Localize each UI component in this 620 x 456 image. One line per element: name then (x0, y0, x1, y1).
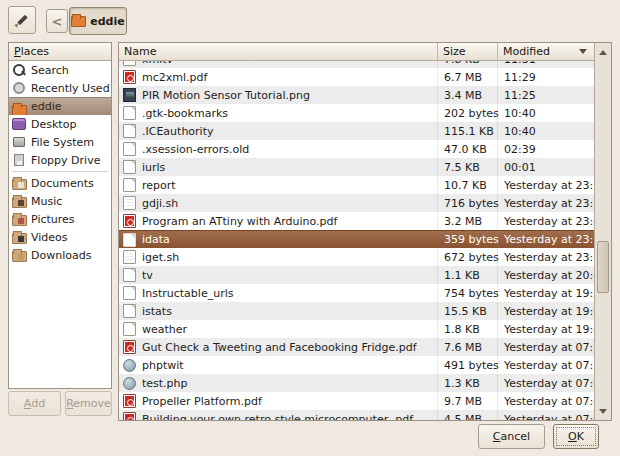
file-row[interactable]: phptwit 491 bytes Yesterday at 07:11 (119, 356, 594, 374)
cancel-button-label: Cancel (493, 430, 530, 443)
path-button-eddie[interactable]: eddie (69, 7, 127, 35)
text-file-icon (123, 322, 136, 336)
file-row[interactable]: Instructable_urls 754 bytes Yesterday at… (119, 284, 594, 302)
file-size-cell: 672 bytes (438, 248, 498, 266)
pencil-icon (14, 12, 30, 28)
file-modified-cell: Yesterday at 19:04 (498, 305, 594, 318)
file-modified-cell: 02:39 (498, 143, 594, 156)
file-row[interactable]: .xsession-errors.old 47.0 KB 02:39 (119, 140, 594, 158)
sidebar-item-pictures[interactable]: Pictures (9, 210, 111, 228)
file-row[interactable]: mc2xml.pdf 6.7 MB 11:29 (119, 68, 594, 86)
file-size-cell: 202 bytes (438, 104, 498, 122)
chevron-left-icon: < (52, 14, 63, 29)
text-file-icon (123, 61, 136, 66)
file-row[interactable]: istats 15.5 KB Yesterday at 19:04 (119, 302, 594, 320)
file-row[interactable]: xmltv 7.8 KB 11:31 (119, 61, 594, 68)
file-row[interactable]: weather 1.8 KB Yesterday at 19:04 (119, 320, 594, 338)
file-row[interactable]: Gut Check a Tweeting and Facebooking Fri… (119, 338, 594, 356)
file-row[interactable]: PIR Motion Sensor Tutorial.png 3.4 MB 11… (119, 86, 594, 104)
file-row[interactable]: Propeller Platform.pdf 9.7 MB Yesterday … (119, 392, 594, 410)
floppy-icon (12, 153, 26, 167)
file-row[interactable]: Program an ATtiny with Arduino.pdf 3.2 M… (119, 212, 594, 230)
file-row[interactable]: gdji.sh 716 bytes Yesterday at 23:56 (119, 194, 594, 212)
text-file-icon (123, 178, 136, 192)
places-panel: Places Search Recently Used eddie Deskto… (8, 42, 112, 389)
path-button-label: eddie (90, 15, 124, 28)
file-size-cell: 47.0 KB (438, 140, 498, 158)
sidebar-item-downloads[interactable]: Downloads (9, 246, 111, 264)
text-file-icon (123, 106, 136, 120)
file-row[interactable]: iget.sh 672 bytes Yesterday at 23:15 (119, 248, 594, 266)
sidebar-item-eddie[interactable]: eddie (9, 97, 111, 115)
file-name-cell: Instructable_urls (119, 284, 438, 302)
places-header[interactable]: Places (9, 43, 111, 61)
file-row[interactable]: iurls 7.5 KB 00:01 (119, 158, 594, 176)
file-size-cell: 15.5 KB (438, 302, 498, 320)
file-name-cell: gdji.sh (119, 194, 438, 212)
folder-icon (12, 248, 26, 262)
file-row[interactable]: .ICEauthority 115.1 KB 10:40 (119, 122, 594, 140)
folder-icon (12, 212, 26, 226)
scroll-down-button[interactable] (595, 403, 611, 419)
place-label: Search (31, 64, 69, 77)
vertical-scrollbar[interactable] (594, 43, 611, 420)
type-filename-toggle-button[interactable] (8, 6, 36, 34)
sidebar-item-recently-used[interactable]: Recently Used (9, 79, 111, 97)
scroll-up-button[interactable] (595, 44, 611, 60)
ok-button[interactable]: OK (553, 424, 599, 449)
place-label: File System (31, 136, 94, 149)
column-header-size[interactable]: Size (438, 43, 498, 61)
file-size-cell: 7.6 MB (438, 338, 498, 356)
sidebar-item-documents[interactable]: Documents (9, 174, 111, 192)
file-name: idata (142, 233, 170, 246)
file-size-cell: 716 bytes (438, 194, 498, 212)
file-name: iget.sh (142, 251, 179, 264)
path-scroll-back-button[interactable]: < (46, 9, 68, 33)
column-size-label: Size (443, 45, 466, 58)
sidebar-item-file-system[interactable]: File System (9, 133, 111, 151)
pdf-file-icon (123, 340, 136, 354)
file-row[interactable]: test.php 1.3 KB Yesterday at 07:09 (119, 374, 594, 392)
remove-bookmark-button[interactable]: Remove (65, 391, 112, 416)
file-name-cell: .xsession-errors.old (119, 140, 438, 158)
file-name: report (142, 179, 176, 192)
add-button-label: Add (24, 397, 45, 410)
script-file-icon (123, 250, 136, 264)
file-name-cell: report (119, 176, 438, 194)
file-name: Building your own retro style microcompu… (142, 413, 413, 421)
file-row[interactable]: tv 1.1 KB Yesterday at 20:49 (119, 266, 594, 284)
file-modified-cell: Yesterday at 23:56 (498, 197, 594, 210)
scrollbar-thumb[interactable] (597, 241, 609, 293)
places-header-label: Places (14, 45, 49, 58)
text-file-icon (123, 233, 136, 247)
place-label: Downloads (31, 249, 91, 262)
file-name: iurls (142, 161, 165, 174)
sidebar-item-desktop[interactable]: Desktop (9, 115, 111, 133)
column-header-name[interactable]: Name (119, 43, 438, 61)
file-modified-cell: Yesterday at 20:49 (498, 269, 594, 282)
file-name-cell: .gtk-bookmarks (119, 104, 438, 122)
column-header-modified[interactable]: Modified (498, 43, 594, 61)
add-bookmark-button[interactable]: Add (8, 391, 61, 416)
file-name-cell: xmltv (119, 61, 438, 68)
file-name: Instructable_urls (142, 287, 233, 300)
folder-icon (12, 230, 26, 244)
file-name-cell: istats (119, 302, 438, 320)
file-row[interactable]: .gtk-bookmarks 202 bytes 10:40 (119, 104, 594, 122)
file-row[interactable]: report 10.7 KB Yesterday at 23:56 (119, 176, 594, 194)
place-label: Recently Used (31, 82, 110, 95)
file-size-cell: 3.4 MB (438, 86, 498, 104)
sidebar-item-music[interactable]: Music (9, 192, 111, 210)
cancel-button[interactable]: Cancel (478, 424, 545, 449)
file-name: weather (142, 323, 187, 336)
file-modified-cell: Yesterday at 07:09 (498, 377, 594, 390)
file-row[interactable]: idata 359 bytes Yesterday at 23:15 (119, 230, 594, 248)
file-name: Propeller Platform.pdf (142, 395, 262, 408)
file-size-cell: 10.7 KB (438, 176, 498, 194)
sidebar-item-floppy-drive[interactable]: Floppy Drive (9, 151, 111, 169)
file-name-cell: test.php (119, 374, 438, 392)
file-name: .gtk-bookmarks (142, 107, 228, 120)
sidebar-item-videos[interactable]: Videos (9, 228, 111, 246)
file-row[interactable]: Building your own retro style microcompu… (119, 410, 594, 420)
sidebar-item-search[interactable]: Search (9, 61, 111, 79)
